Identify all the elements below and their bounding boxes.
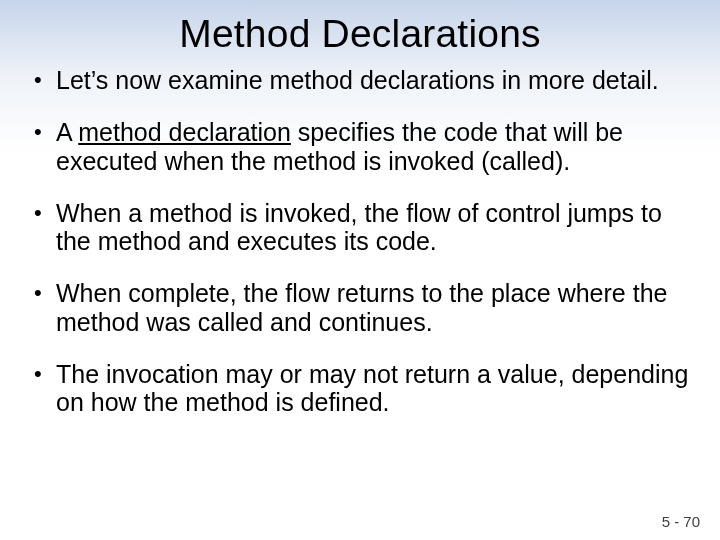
page-number: 5 - 70 bbox=[662, 513, 700, 530]
slide-title: Method Declarations bbox=[0, 0, 720, 64]
list-item: Let’s now examine method declarations in… bbox=[28, 66, 692, 94]
text-run-underline: method declaration bbox=[78, 118, 291, 146]
list-item: A method declaration specifies the code … bbox=[28, 118, 692, 175]
list-item: When a method is invoked, the flow of co… bbox=[28, 199, 692, 256]
bullet-list: Let’s now examine method declarations in… bbox=[28, 66, 692, 416]
text-run: A bbox=[56, 118, 78, 146]
list-item: The invocation may or may not return a v… bbox=[28, 360, 692, 417]
list-item: When complete, the flow returns to the p… bbox=[28, 279, 692, 336]
slide-body: Let’s now examine method declarations in… bbox=[0, 64, 720, 416]
